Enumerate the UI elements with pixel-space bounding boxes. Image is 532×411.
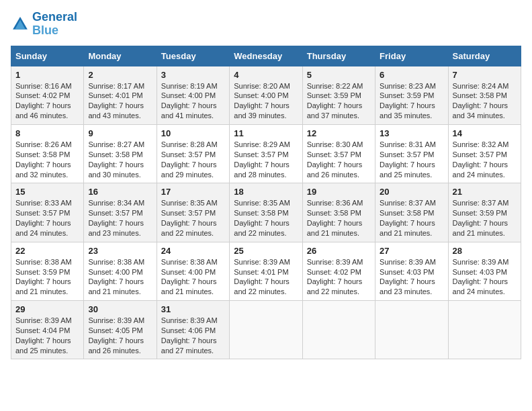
sunrise-label: Sunrise: 8:28 AM	[161, 140, 218, 148]
weekday-header-thursday: Thursday	[302, 46, 375, 66]
cell-content: Sunrise: 8:39 AM Sunset: 4:05 PM Dayligh…	[88, 316, 152, 355]
day-number: 3	[161, 70, 225, 80]
daylight-minutes: and 30 minutes.	[88, 171, 140, 179]
daylight-minutes: and 21 minutes.	[380, 229, 432, 237]
daylight-minutes: and 21 minutes.	[161, 287, 214, 295]
daylight-minutes: and 29 minutes.	[161, 171, 214, 179]
daylight-label: Daylight: 7 hours	[88, 336, 144, 345]
sunset-label: Sunset: 3:59 PM	[453, 209, 507, 217]
cell-content: Sunrise: 8:33 AM Sunset: 3:57 PM Dayligh…	[15, 198, 79, 238]
sunset-label: Sunset: 3:59 PM	[380, 91, 434, 99]
sunset-label: Sunset: 3:57 PM	[88, 209, 142, 217]
calendar-week-row: 22 Sunrise: 8:38 AM Sunset: 3:59 PM Dayl…	[11, 242, 521, 300]
daylight-minutes: and 21 minutes.	[307, 229, 359, 237]
sunset-label: Sunset: 3:58 PM	[380, 209, 434, 217]
calendar-cell	[448, 301, 521, 359]
day-number: 20	[380, 187, 443, 197]
logo: General Blue	[11, 11, 77, 38]
calendar-body: 1 Sunrise: 8:16 AM Sunset: 4:02 PM Dayli…	[11, 66, 521, 359]
sunrise-label: Sunrise: 8:39 AM	[380, 258, 436, 266]
weekday-header-tuesday: Tuesday	[157, 46, 229, 66]
day-number: 12	[307, 128, 371, 138]
daylight-minutes: and 24 minutes.	[453, 171, 505, 179]
sunset-label: Sunset: 3:58 PM	[15, 150, 70, 158]
daylight-label: Daylight: 7 hours	[380, 219, 435, 227]
cell-content: Sunrise: 8:38 AM Sunset: 4:00 PM Dayligh…	[161, 257, 225, 297]
calendar-cell: 7 Sunrise: 8:24 AM Sunset: 3:58 PM Dayli…	[448, 66, 521, 124]
daylight-label: Daylight: 7 hours	[15, 161, 71, 169]
calendar-cell: 5 Sunrise: 8:22 AM Sunset: 3:59 PM Dayli…	[302, 66, 375, 124]
sunset-label: Sunset: 4:04 PM	[15, 326, 70, 334]
daylight-label: Daylight: 7 hours	[161, 336, 217, 345]
cell-content: Sunrise: 8:26 AM Sunset: 3:58 PM Dayligh…	[15, 140, 79, 179]
day-number: 13	[380, 128, 443, 138]
daylight-label: Daylight: 7 hours	[234, 101, 290, 109]
sunset-label: Sunset: 4:01 PM	[88, 91, 142, 99]
cell-content: Sunrise: 8:39 AM Sunset: 4:02 PM Dayligh…	[307, 257, 371, 297]
daylight-label: Daylight: 7 hours	[380, 277, 435, 285]
sunset-label: Sunset: 3:57 PM	[15, 209, 70, 217]
sunrise-label: Sunrise: 8:37 AM	[453, 199, 509, 207]
sunset-label: Sunset: 3:57 PM	[161, 150, 216, 158]
calendar-cell	[302, 301, 375, 359]
sunset-label: Sunset: 4:00 PM	[161, 91, 216, 99]
sunset-label: Sunset: 3:59 PM	[15, 268, 70, 276]
sunset-label: Sunset: 3:58 PM	[234, 209, 288, 217]
daylight-minutes: and 27 minutes.	[161, 347, 214, 355]
calendar-cell: 4 Sunrise: 8:20 AM Sunset: 4:00 PM Dayli…	[230, 66, 302, 124]
sunrise-label: Sunrise: 8:35 AM	[234, 199, 290, 207]
cell-content: Sunrise: 8:28 AM Sunset: 3:57 PM Dayligh…	[161, 140, 225, 179]
daylight-label: Daylight: 7 hours	[161, 161, 217, 169]
calendar-cell: 13 Sunrise: 8:31 AM Sunset: 3:57 PM Dayl…	[375, 124, 448, 183]
calendar-cell: 9 Sunrise: 8:27 AM Sunset: 3:58 PM Dayli…	[84, 124, 157, 183]
sunrise-label: Sunrise: 8:31 AM	[380, 140, 436, 148]
sunrise-label: Sunrise: 8:39 AM	[15, 316, 72, 324]
daylight-label: Daylight: 7 hours	[453, 219, 508, 227]
sunset-label: Sunset: 4:02 PM	[307, 268, 361, 276]
calendar-cell: 27 Sunrise: 8:39 AM Sunset: 4:03 PM Dayl…	[375, 242, 448, 300]
daylight-minutes: and 25 minutes.	[15, 347, 68, 355]
day-number: 4	[234, 70, 298, 80]
sunset-label: Sunset: 4:02 PM	[15, 91, 70, 99]
calendar-cell: 29 Sunrise: 8:39 AM Sunset: 4:04 PM Dayl…	[11, 301, 84, 359]
calendar-cell: 6 Sunrise: 8:23 AM Sunset: 3:59 PM Dayli…	[375, 66, 448, 124]
calendar-cell: 24 Sunrise: 8:38 AM Sunset: 4:00 PM Dayl…	[157, 242, 229, 300]
daylight-minutes: and 21 minutes.	[88, 287, 140, 295]
daylight-minutes: and 22 minutes.	[234, 229, 286, 237]
weekday-header-sunday: Sunday	[11, 46, 84, 66]
daylight-minutes: and 23 minutes.	[380, 287, 432, 295]
daylight-minutes: and 21 minutes.	[453, 229, 505, 237]
daylight-label: Daylight: 7 hours	[161, 277, 217, 285]
sunset-label: Sunset: 3:58 PM	[453, 91, 507, 99]
calendar-week-row: 29 Sunrise: 8:39 AM Sunset: 4:04 PM Dayl…	[11, 301, 521, 359]
sunrise-label: Sunrise: 8:38 AM	[15, 258, 72, 266]
daylight-minutes: and 22 minutes.	[234, 287, 286, 295]
cell-content: Sunrise: 8:39 AM Sunset: 4:06 PM Dayligh…	[161, 316, 225, 355]
sunrise-label: Sunrise: 8:16 AM	[15, 82, 72, 90]
cell-content: Sunrise: 8:38 AM Sunset: 4:00 PM Dayligh…	[88, 257, 152, 297]
daylight-minutes: and 41 minutes.	[161, 111, 214, 120]
sunset-label: Sunset: 4:03 PM	[380, 268, 434, 276]
calendar-cell: 11 Sunrise: 8:29 AM Sunset: 3:57 PM Dayl…	[230, 124, 302, 183]
calendar-week-row: 1 Sunrise: 8:16 AM Sunset: 4:02 PM Dayli…	[11, 66, 521, 124]
day-number: 15	[15, 187, 79, 197]
cell-content: Sunrise: 8:37 AM Sunset: 3:59 PM Dayligh…	[453, 198, 517, 238]
sunrise-label: Sunrise: 8:27 AM	[88, 140, 144, 148]
daylight-label: Daylight: 7 hours	[307, 219, 363, 227]
cell-content: Sunrise: 8:32 AM Sunset: 3:57 PM Dayligh…	[453, 140, 517, 179]
cell-content: Sunrise: 8:39 AM Sunset: 4:03 PM Dayligh…	[453, 257, 517, 297]
calendar-cell: 2 Sunrise: 8:17 AM Sunset: 4:01 PM Dayli…	[84, 66, 157, 124]
sunset-label: Sunset: 4:00 PM	[88, 268, 142, 276]
weekday-header-saturday: Saturday	[448, 46, 521, 66]
daylight-minutes: and 35 minutes.	[380, 111, 432, 120]
sunset-label: Sunset: 3:58 PM	[88, 150, 142, 158]
cell-content: Sunrise: 8:36 AM Sunset: 3:58 PM Dayligh…	[307, 198, 371, 238]
calendar-cell: 17 Sunrise: 8:35 AM Sunset: 3:57 PM Dayl…	[157, 183, 229, 242]
calendar-cell: 28 Sunrise: 8:39 AM Sunset: 4:03 PM Dayl…	[448, 242, 521, 300]
daylight-minutes: and 34 minutes.	[453, 111, 505, 120]
daylight-label: Daylight: 7 hours	[15, 277, 71, 285]
calendar-cell: 23 Sunrise: 8:38 AM Sunset: 4:00 PM Dayl…	[84, 242, 157, 300]
calendar-table: SundayMondayTuesdayWednesdayThursdayFrid…	[11, 46, 521, 360]
daylight-label: Daylight: 7 hours	[234, 161, 290, 169]
calendar-cell: 25 Sunrise: 8:39 AM Sunset: 4:01 PM Dayl…	[230, 242, 302, 300]
